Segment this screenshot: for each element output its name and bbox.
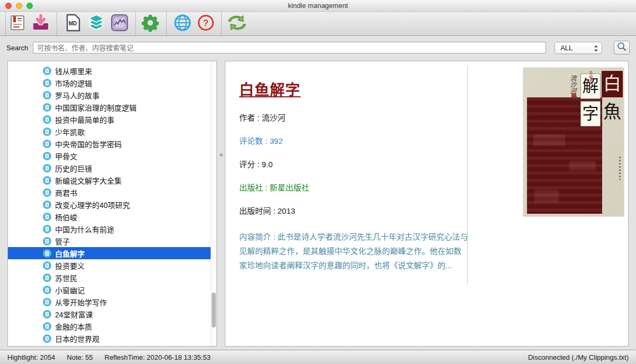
cover-char-bai: 白: [602, 71, 623, 97]
book-list-item[interactable]: 中央帝国的哲学密码: [8, 138, 216, 150]
book-note-icon: [43, 140, 51, 148]
import-clippings-button[interactable]: [29, 13, 52, 34]
svg-text:MD: MD: [69, 21, 77, 26]
book-list-item[interactable]: 钱从哪里来: [8, 65, 216, 77]
book-list-item[interactable]: 甲骨文: [8, 150, 216, 162]
import-tray-icon: [32, 14, 50, 33]
book-list-item[interactable]: 改变心理学的40项研究: [8, 198, 216, 211]
book-list-item[interactable]: 市场的逻辑: [8, 77, 216, 89]
book-detail-panel: 白鱼解字 作者 : 流沙河评论数 : 392评分 : 9.0出版社 : 新星出版…: [225, 61, 629, 347]
book-list-item[interactable]: 罗马人的故事: [8, 89, 216, 101]
book-note-icon: [43, 79, 51, 87]
svg-text:?: ?: [203, 18, 208, 28]
cover-edition-seal: 手稿本: [588, 71, 593, 84]
list-scrollbar-track[interactable]: [211, 61, 216, 346]
book-title-label: 金融的本质: [55, 321, 92, 332]
book-list-item[interactable]: 投资要义: [8, 259, 216, 271]
book-list-item[interactable]: 白鱼解字: [8, 247, 216, 259]
cover-char-yu: 魚: [602, 98, 623, 126]
magnifier-icon: [616, 41, 627, 54]
search-button[interactable]: [614, 41, 630, 54]
titlebar: kindle management: [0, 0, 636, 12]
close-button[interactable]: [5, 3, 12, 9]
book-detail-field: 出版时间 : 2013: [239, 205, 469, 216]
notes-button[interactable]: [6, 13, 29, 34]
book-list: 钱从哪里来 市场的逻辑: [8, 61, 216, 344]
book-list-item[interactable]: 管子: [8, 235, 216, 247]
book-title-label: 日本的世界观: [55, 333, 99, 344]
status-note-count: Note: 55: [67, 353, 93, 361]
help-button[interactable]: ?: [194, 13, 217, 34]
book-note-icon: [43, 128, 51, 136]
book-note-icon: [43, 322, 51, 331]
book-detail-text: 白鱼解字 作者 : 流沙河评论数 : 392评分 : 9.0出版社 : 新星出版…: [225, 67, 468, 285]
book-list-item[interactable]: 新编说文解字大全集: [8, 174, 216, 186]
book-title-label: 少年凯歌: [55, 126, 85, 137]
book-note-icon: [43, 298, 51, 306]
filter-dropdown[interactable]: ALL: [555, 42, 602, 54]
stats-chart-button[interactable]: [108, 13, 131, 34]
toolbar-separator: [221, 12, 222, 35]
help-icon: ?: [197, 14, 215, 34]
cover-author-signature: 流沙河 著: [568, 75, 577, 107]
book-list-item[interactable]: 金融的本质: [8, 320, 216, 332]
search-input[interactable]: [33, 42, 546, 53]
book-title-label: 新编说文解字大全集: [55, 175, 122, 186]
layers-button[interactable]: [85, 13, 108, 34]
book-title-label: 中国国家治理的制度逻辑: [55, 102, 137, 113]
book-list-item[interactable]: 小窗幽记: [8, 284, 216, 296]
book-note-icon: [43, 152, 51, 160]
export-markdown-button[interactable]: MD: [61, 13, 85, 34]
book-title-label: 苏世民: [55, 272, 77, 283]
book-title-label: 小窗幽记: [55, 285, 85, 295]
book-detail-field: 评论数 : 392: [239, 135, 469, 146]
zoom-button[interactable]: [26, 3, 33, 9]
book-title-label: 改变心理学的40项研究: [55, 199, 130, 210]
settings-button[interactable]: [139, 13, 162, 34]
book-detail-field: 作者 : 流沙河: [239, 112, 469, 123]
book-list-panel: 钱从哪里来 市场的逻辑: [7, 61, 217, 347]
book-list-item[interactable]: 中国国家治理的制度逻辑: [8, 101, 216, 113]
refresh-icon: [228, 14, 247, 34]
list-scrollbar-thumb[interactable]: [212, 293, 216, 327]
book-list-item[interactable]: 从零开始学写作: [8, 296, 216, 308]
markdown-file-icon: MD: [65, 14, 81, 34]
book-list-item[interactable]: 苏世民: [8, 271, 216, 284]
book-detail-field: 内容简介 : 此书是诗人学者流沙河先生几十年对古汉字研究心法与见解的精粹之作，是…: [239, 230, 469, 272]
book-title-label: 杨伯峻: [55, 212, 77, 222]
book-note-icon: [43, 225, 51, 233]
book-title-link[interactable]: 白鱼解字: [239, 78, 301, 99]
web-button[interactable]: [171, 13, 194, 34]
panel-splitter[interactable]: [217, 59, 225, 349]
chevron-up-down-icon: [594, 44, 598, 54]
toolbar: MD: [0, 12, 636, 36]
book-list-item[interactable]: 杨伯峻: [8, 211, 216, 223]
book-note-icon: [43, 176, 51, 185]
cover-publisher-microtext: [619, 157, 621, 180]
book-list-item[interactable]: 历史的巨镜: [8, 162, 216, 174]
search-label: Search: [6, 44, 28, 52]
book-list-item[interactable]: 中国为什么有前途: [8, 223, 216, 235]
toolbar-separator: [166, 12, 167, 35]
book-note-icon: [43, 249, 51, 258]
book-note-icon: [43, 164, 51, 172]
book-title-label: 投资要义: [55, 260, 85, 271]
stats-chart-icon: [111, 14, 129, 34]
filter-selected-value: ALL: [560, 44, 573, 52]
book-title-label: 白鱼解字: [55, 248, 85, 259]
minimize-button[interactable]: [16, 3, 22, 9]
book-title-label: 历史的巨镜: [55, 163, 92, 174]
splitter-handle-dot: [220, 153, 223, 157]
book-title-label: 投资中最简单的事: [55, 114, 114, 125]
book-title-label: 中国为什么有前途: [55, 224, 114, 234]
book-note-icon: [43, 261, 51, 270]
book-title-label: 市场的逻辑: [55, 78, 92, 88]
book-list-item[interactable]: 日本的世界观: [8, 332, 216, 344]
book-list-item[interactable]: 24堂财富课: [8, 308, 216, 320]
book-list-item[interactable]: 商君书: [8, 186, 216, 198]
book-detail-field: 出版社 : 新星出版社: [239, 181, 469, 193]
book-list-item[interactable]: 投资中最简单的事: [8, 113, 216, 125]
refresh-button[interactable]: [225, 13, 249, 34]
book-title-label: 中央帝国的哲学密码: [55, 139, 122, 149]
book-list-item[interactable]: 少年凯歌: [8, 125, 216, 138]
